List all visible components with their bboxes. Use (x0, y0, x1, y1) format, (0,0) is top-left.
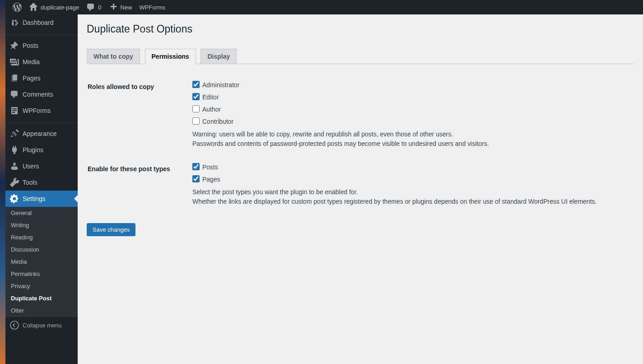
role-option[interactable]: Contributor (192, 117, 629, 125)
submenu-item-otter[interactable]: Otter (5, 304, 78, 317)
post-type-label: Pages (202, 176, 220, 183)
submenu-item-permalinks[interactable]: Permalinks (5, 268, 78, 280)
roles-warning: Warning: users will be able to copy, rew… (192, 130, 629, 149)
comments-button[interactable]: 0 (83, 0, 105, 14)
sidebar-item-tools[interactable]: Tools (5, 174, 78, 191)
plus-icon (109, 3, 118, 12)
sidebar-item-label: Plugins (23, 146, 43, 154)
post-type-option[interactable]: Posts (192, 163, 629, 171)
settings-form: Roles allowed to copy Administrator Edit… (87, 73, 634, 214)
sidebar-item-label: Tools (23, 179, 37, 186)
role-option[interactable]: Author (192, 105, 629, 113)
sidebar-item-label: Comments (23, 91, 53, 98)
sidebar-item-label: Settings (23, 195, 46, 202)
wpforms-toolbar-button[interactable]: WPForms (136, 0, 169, 14)
plugin-icon (10, 145, 19, 154)
role-label: Author (202, 106, 221, 113)
sidebar-item-label: Dashboard (23, 19, 54, 26)
tools-icon (10, 178, 19, 187)
sidebar-item-plugins[interactable]: Plugins (5, 142, 78, 158)
admin-sidebar: Dashboard Posts Media Pages Comments WPF… (5, 14, 78, 364)
sidebar-item-users[interactable]: Users (5, 158, 78, 174)
settings-icon (10, 194, 19, 203)
submenu-item-reading[interactable]: Reading (5, 231, 78, 243)
tabs: What to copy Permissions Display (87, 44, 634, 64)
submenu-item-general[interactable]: General (5, 207, 78, 219)
collapse-menu-button[interactable]: Collapse menu (5, 317, 78, 333)
sidebar-item-dashboard[interactable]: Dashboard (5, 14, 78, 31)
tab-display[interactable]: Display (200, 49, 237, 64)
menu-separator (5, 33, 78, 35)
sidebar-item-label: Users (23, 163, 39, 170)
users-icon (10, 162, 19, 171)
post-types-description: Select the post types you want the plugi… (192, 187, 629, 206)
post-type-label: Posts (202, 163, 218, 171)
role-checkbox-editor[interactable] (192, 93, 200, 100)
post-types-heading: Enable for these post types (88, 156, 187, 213)
home-icon (29, 3, 38, 12)
admin-toolbar: duplicate-page 0 New WPForms (5, 0, 643, 14)
submenu-item-writing[interactable]: Writing (5, 219, 78, 231)
sidebar-item-pages[interactable]: Pages (5, 70, 78, 86)
post-type-option[interactable]: Pages (192, 175, 629, 183)
menu-separator (5, 121, 78, 123)
page-title: Duplicate Post Options (87, 19, 634, 44)
role-option[interactable]: Administrator (192, 81, 629, 89)
wpforms-toolbar-label: WPForms (140, 4, 166, 11)
tab-permissions[interactable]: Permissions (145, 49, 196, 64)
collapse-icon (10, 321, 19, 330)
page-icon (10, 74, 19, 83)
new-content-button[interactable]: New (105, 0, 136, 14)
new-label: New (121, 4, 132, 11)
settings-submenu: General Writing Reading Discussion Media… (5, 207, 78, 317)
sidebar-item-posts[interactable]: Posts (5, 37, 78, 54)
pin-icon (10, 41, 19, 50)
media-icon (10, 57, 19, 66)
sidebar-item-media[interactable]: Media (5, 54, 78, 70)
post-type-checkbox-posts[interactable] (192, 163, 200, 170)
submenu-item-duplicate-post[interactable]: Duplicate Post (5, 292, 78, 304)
roles-heading: Roles allowed to copy (88, 74, 187, 155)
main-content: Duplicate Post Options What to copy Perm… (78, 14, 643, 364)
wordpress-icon (13, 3, 22, 12)
sidebar-item-label: Posts (23, 42, 38, 49)
tab-what-to-copy[interactable]: What to copy (87, 49, 140, 64)
sidebar-item-label: WPForms (23, 107, 51, 114)
svg-point-0 (10, 321, 19, 329)
sidebar-item-comments[interactable]: Comments (5, 86, 78, 103)
desktop-edge (0, 0, 5, 364)
comment-icon (86, 3, 95, 12)
wp-logo-button[interactable] (9, 0, 25, 14)
sidebar-item-appearance[interactable]: Appearance (5, 126, 78, 142)
collapse-label: Collapse menu (23, 322, 62, 329)
submenu-item-privacy[interactable]: Privacy (5, 280, 78, 292)
role-option[interactable]: Editor (192, 93, 629, 101)
post-type-checkbox-pages[interactable] (192, 175, 200, 182)
comments-icon (10, 90, 19, 99)
submenu-item-media[interactable]: Media (5, 256, 78, 268)
sidebar-item-label: Appearance (23, 130, 57, 137)
role-label: Contributor (202, 118, 233, 125)
appearance-icon (10, 129, 19, 138)
role-checkbox-administrator[interactable] (192, 81, 200, 88)
save-changes-button[interactable]: Save changes (87, 223, 135, 236)
dashboard-icon (10, 18, 19, 27)
role-checkbox-author[interactable] (192, 105, 200, 112)
sidebar-item-settings[interactable]: Settings (5, 191, 78, 207)
site-name-button[interactable]: duplicate-page (25, 0, 83, 14)
sidebar-item-label: Pages (23, 75, 41, 82)
submenu-item-discussion[interactable]: Discussion (5, 243, 78, 256)
comments-count: 0 (98, 4, 101, 11)
site-name-label: duplicate-page (41, 4, 79, 11)
sidebar-item-wpforms[interactable]: WPForms (5, 103, 78, 119)
role-checkbox-contributor[interactable] (192, 117, 200, 125)
form-icon (10, 106, 19, 115)
role-label: Administrator (202, 81, 239, 89)
sidebar-item-label: Media (23, 58, 40, 65)
role-label: Editor (202, 93, 219, 101)
